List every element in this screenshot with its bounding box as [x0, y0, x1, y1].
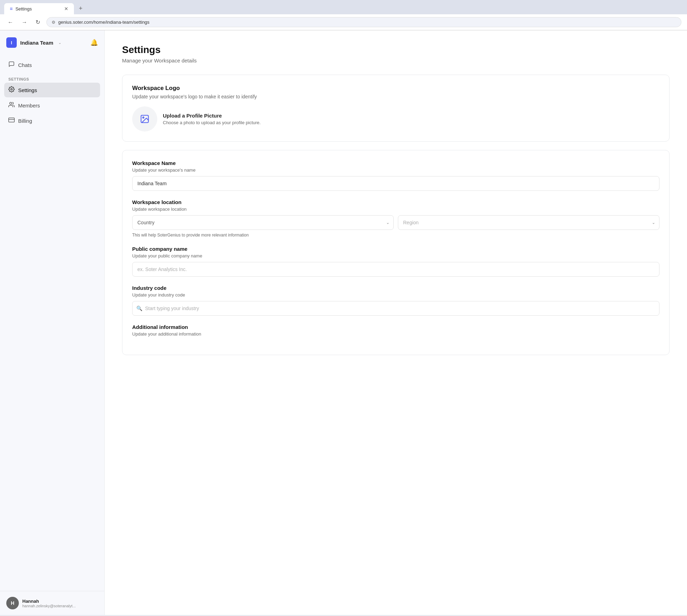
workspace-details-card: Workspace Name Update your workspace's n… — [122, 150, 670, 355]
company-name-group: Public company name Update your public c… — [132, 246, 659, 277]
settings-icon — [8, 86, 15, 94]
upload-desc: Choose a photo to upload as your profile… — [163, 120, 261, 125]
forward-button[interactable]: → — [20, 18, 29, 27]
sidebar: I Indiana Team ⌄ 🔔 Chats SETTINGS — [0, 30, 105, 615]
page-title: Settings — [122, 44, 670, 55]
workspace-name-desc: Update your workspace's name — [132, 167, 659, 173]
sidebar-header: I Indiana Team ⌄ 🔔 — [0, 30, 104, 55]
security-icon: ⚙ — [52, 20, 55, 25]
notifications-icon[interactable]: 🔔 — [90, 39, 98, 46]
additional-info-label: Additional information — [132, 324, 659, 330]
main-content: Settings Manage your Workspace details W… — [105, 30, 687, 615]
region-select-wrapper: Region ⌄ — [398, 215, 659, 230]
company-name-desc: Update your public company name — [132, 253, 659, 258]
user-profile[interactable]: H Hannah hannah.zelinsky@soteranalyt... — [0, 591, 104, 615]
upload-text: Upload a Profile Picture Choose a photo … — [163, 113, 261, 125]
workspace-avatar: I — [6, 37, 17, 48]
url-text: genius.soter.com/home/indiana-team/setti… — [58, 20, 150, 25]
additional-info-desc: Update your additional information — [132, 331, 659, 337]
tab-label: Settings — [15, 6, 32, 12]
billing-label: Billing — [18, 118, 32, 124]
members-icon — [8, 102, 15, 109]
settings-section-label: SETTINGS — [4, 73, 100, 83]
industry-search-input[interactable] — [132, 301, 659, 316]
location-hint: This will help SoterGenius to provide mo… — [132, 233, 659, 238]
workspace-name-group: Workspace Name Update your workspace's n… — [132, 160, 659, 191]
workspace-selector[interactable]: I Indiana Team ⌄ — [6, 37, 61, 48]
region-select[interactable]: Region — [398, 215, 659, 230]
svg-point-5 — [143, 117, 144, 118]
user-info: Hannah hannah.zelinsky@soteranalyt... — [22, 599, 76, 608]
address-bar: ← → ↻ ⚙ genius.soter.com/home/indiana-te… — [0, 14, 687, 30]
upload-area: Upload a Profile Picture Choose a photo … — [132, 106, 659, 132]
members-label: Members — [18, 103, 40, 108]
industry-code-label: Industry code — [132, 285, 659, 291]
workspace-name: Indiana Team — [20, 40, 53, 46]
workspace-logo-card: Workspace Logo Update your workspace's l… — [122, 75, 670, 142]
country-select[interactable]: Country — [132, 215, 394, 230]
additional-info-group: Additional information Update your addit… — [132, 324, 659, 337]
company-name-label: Public company name — [132, 246, 659, 252]
workspace-location-group: Workspace location Update workspace loca… — [132, 199, 659, 238]
workspace-location-label: Workspace location — [132, 199, 659, 205]
company-name-input[interactable] — [132, 262, 659, 277]
tab-close-button[interactable]: ✕ — [64, 6, 68, 12]
svg-rect-2 — [9, 118, 15, 122]
upload-button[interactable] — [132, 106, 157, 132]
refresh-button[interactable]: ↻ — [33, 17, 42, 27]
upload-title: Upload a Profile Picture — [163, 113, 261, 119]
industry-code-group: Industry code Update your industry code … — [132, 285, 659, 316]
sidebar-item-settings[interactable]: Settings — [4, 83, 100, 97]
industry-search-wrap: 🔍 — [132, 301, 659, 316]
workspace-location-desc: Update workspace location — [132, 206, 659, 212]
svg-point-1 — [10, 102, 12, 104]
user-name: Hannah — [22, 599, 76, 604]
sidebar-item-billing[interactable]: Billing — [4, 113, 100, 128]
url-input[interactable]: ⚙ genius.soter.com/home/indiana-team/set… — [46, 17, 681, 27]
location-row: Country ⌄ Region ⌄ — [132, 215, 659, 230]
page-subtitle: Manage your Workspace details — [122, 58, 670, 63]
chats-icon — [8, 61, 15, 69]
new-tab-button[interactable]: + — [75, 3, 86, 14]
sidebar-item-chats[interactable]: Chats — [4, 58, 100, 72]
back-button[interactable]: ← — [6, 18, 15, 27]
chats-label: Chats — [18, 62, 32, 68]
tab-icon: ≡ — [10, 6, 13, 12]
workspace-name-input[interactable] — [132, 176, 659, 191]
search-icon: 🔍 — [136, 306, 142, 311]
user-avatar: H — [6, 597, 19, 609]
workspace-name-label: Workspace Name — [132, 160, 659, 166]
logo-card-title: Workspace Logo — [132, 85, 659, 92]
industry-code-desc: Update your industry code — [132, 292, 659, 298]
user-email: hannah.zelinsky@soteranalyt... — [22, 604, 76, 608]
workspace-chevron-icon: ⌄ — [58, 40, 61, 45]
billing-icon — [8, 117, 15, 125]
sidebar-item-members[interactable]: Members — [4, 98, 100, 113]
settings-label: Settings — [18, 87, 37, 93]
sidebar-navigation: Chats SETTINGS Settings — [0, 55, 104, 591]
logo-card-desc: Update your workspace's logo to make it … — [132, 94, 659, 99]
svg-point-0 — [11, 89, 13, 90]
active-tab[interactable]: ≡ Settings ✕ — [4, 3, 74, 14]
country-select-wrapper: Country ⌄ — [132, 215, 394, 230]
